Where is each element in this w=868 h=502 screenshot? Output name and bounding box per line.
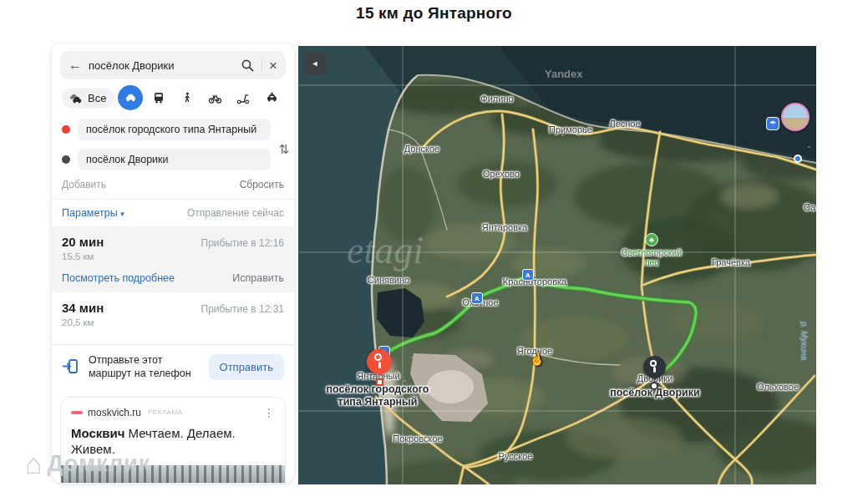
route-arrival: Прибытие в 12:31: [201, 303, 284, 315]
route-duration: 34 мин: [62, 301, 104, 315]
search-icon[interactable]: [241, 58, 255, 73]
mode-scooter-button[interactable]: [231, 85, 256, 110]
search-bar[interactable]: ← посёлок Дворики ×: [60, 51, 286, 79]
route-actions-row: Добавить Сбросить: [62, 179, 284, 190]
map-canvas[interactable]: Yandex etagi Филино Донское Приморье Лес…: [298, 46, 816, 484]
mode-walk-button[interactable]: [175, 85, 200, 110]
ad-badge: реклама: [148, 408, 182, 416]
cars-icon: [69, 93, 84, 104]
destination-pin[interactable]: [643, 356, 666, 378]
divider: [52, 199, 294, 200]
mode-bus-button[interactable]: [146, 85, 171, 110]
photo-marker[interactable]: [781, 103, 810, 131]
route-fields: посёлок городского типа Янтарный посёлок…: [62, 119, 284, 170]
ad-logo-icon: [71, 411, 83, 414]
route-from-input[interactable]: посёлок городского типа Янтарный: [78, 119, 271, 140]
pushpin-icon: [650, 360, 657, 367]
house-icon: ⌂: [25, 449, 43, 478]
mode-bike-button[interactable]: [202, 85, 227, 110]
bicycle-icon: [208, 92, 222, 104]
page-title: 15 км до Янтарного: [0, 4, 868, 23]
swap-direction-icon[interactable]: ⇅: [278, 142, 289, 157]
mode-car-button[interactable]: [118, 85, 143, 110]
route-to-dot-icon: [62, 155, 70, 164]
chevron-down-icon: ▾: [120, 210, 124, 218]
back-arrow-icon[interactable]: ←: [69, 58, 82, 73]
route-details-link[interactable]: Посмотреть подробнее: [62, 272, 175, 284]
route-duration: 20 мин: [62, 235, 104, 249]
send-button[interactable]: Отправить: [209, 354, 284, 380]
car-icon: [124, 91, 138, 104]
app-window: 15 км до Янтарного ← посёлок Дворики ×: [0, 0, 868, 502]
search-input[interactable]: посёлок Дворики: [89, 59, 234, 72]
params-dropdown[interactable]: Параметры ▾: [62, 207, 124, 219]
route-distance: 20,5 км: [62, 317, 284, 327]
route-option-1[interactable]: 20 мин Прибытие в 12:16 15,5 км Посмотре…: [52, 226, 294, 292]
departure-label: Отправление сейчас: [187, 207, 284, 219]
pushpin-icon: [374, 353, 382, 361]
ad-menu-icon[interactable]: ⋮: [263, 406, 275, 419]
bus-icon: [152, 91, 165, 104]
beach-marker-icon[interactable]: ☂: [766, 117, 779, 130]
route-fix-link[interactable]: Исправить: [232, 272, 284, 284]
ad-card[interactable]: moskvich.ru реклама ⋮ МосквичМечтаем. Де…: [60, 397, 286, 484]
pedestrian-icon: [181, 91, 193, 104]
park-icon[interactable]: ♣: [645, 233, 658, 246]
mode-taxi-button[interactable]: [259, 85, 284, 110]
route-from-row: посёлок городского типа Янтарный: [62, 119, 271, 140]
send-to-phone-row: Отправьте этот маршрут на телефон Отправ…: [52, 345, 294, 389]
params-row: Параметры ▾ Отправление сейчас: [62, 207, 284, 219]
route-sidebar: ← посёлок Дворики × Вс: [52, 43, 294, 483]
route-from-dot-icon: [62, 125, 70, 134]
reset-button[interactable]: Сбросить: [240, 179, 284, 190]
mode-all-label: Все: [88, 92, 106, 104]
close-icon[interactable]: ×: [269, 58, 277, 73]
ad-image[interactable]: [61, 465, 285, 484]
route-to-input[interactable]: посёлок Дворики: [78, 149, 271, 170]
ad-title: МосквичМечтаем. Делаем. Живем.: [71, 425, 275, 458]
map-terrain[interactable]: [298, 46, 816, 484]
collapse-panel-button[interactable]: ◄: [303, 52, 327, 75]
send-to-phone-text: Отправьте этот маршрут на телефон: [89, 353, 201, 381]
road-sign-marker[interactable]: A: [522, 269, 534, 281]
scooter-icon: [236, 92, 250, 104]
route-to-row: посёлок Дворики: [62, 149, 271, 170]
route-option-2[interactable]: 34 мин Прибытие в 12:31 20,5 км: [52, 292, 294, 336]
add-point-button[interactable]: Добавить: [62, 179, 106, 190]
ad-source[interactable]: moskvich.ru: [88, 407, 141, 418]
ad-brand: Москвич: [71, 426, 124, 440]
poi-dot-marker[interactable]: [794, 155, 802, 163]
taxi-icon: [265, 91, 279, 104]
send-to-phone-icon: [62, 357, 80, 376]
mode-all-button[interactable]: Все: [62, 88, 114, 109]
road-sign-marker[interactable]: A: [471, 292, 483, 304]
route-distance: 15,5 км: [62, 251, 284, 261]
route-arrival: Прибытие в 12:16: [201, 237, 284, 249]
divider: [261, 58, 262, 72]
transport-mode-row: Все: [62, 84, 284, 112]
origin-pin[interactable]: [367, 349, 392, 374]
